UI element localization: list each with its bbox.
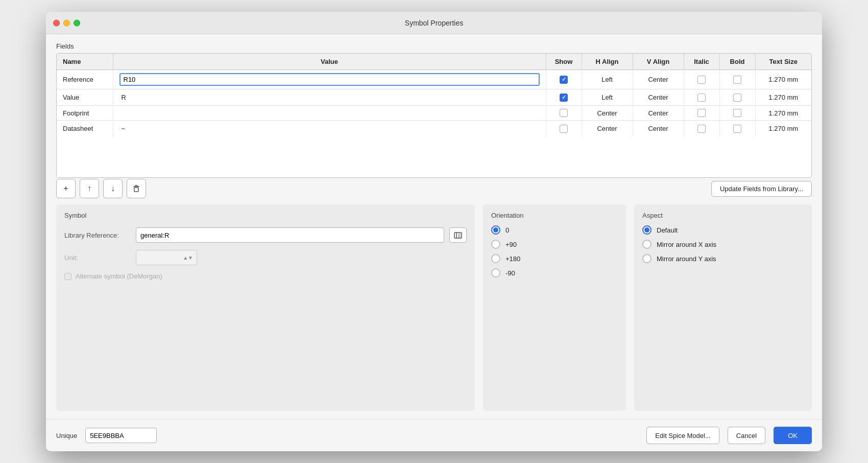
aspect-radio-mirror-x[interactable]: [642, 240, 652, 249]
close-button[interactable]: [53, 19, 60, 26]
row-italic[interactable]: [684, 121, 719, 137]
aspect-option-default[interactable]: Default: [642, 225, 804, 235]
col-value: Value: [113, 54, 546, 70]
show-checkbox[interactable]: [560, 125, 568, 133]
row-value[interactable]: R: [113, 89, 546, 106]
orientation-option-180[interactable]: +180: [491, 254, 618, 263]
row-bold[interactable]: [719, 70, 755, 89]
symbol-section: Symbol Library Reference:: [56, 204, 475, 411]
show-checkbox[interactable]: [560, 109, 568, 117]
row-show[interactable]: [546, 106, 582, 121]
window-title: Symbol Properties: [405, 19, 463, 27]
italic-checkbox[interactable]: [697, 125, 706, 133]
show-checkbox[interactable]: [560, 94, 568, 102]
ok-button[interactable]: OK: [774, 427, 812, 444]
show-checkbox[interactable]: [560, 76, 568, 84]
aspect-option-mirror-x[interactable]: Mirror around X axis: [642, 240, 804, 249]
aspect-label: Aspect: [642, 212, 804, 219]
unit-select-wrapper[interactable]: ▲▼: [136, 250, 197, 265]
orientation-option-neg90[interactable]: -90: [491, 268, 618, 277]
bold-checkbox[interactable]: [733, 76, 741, 84]
minimize-button[interactable]: [63, 19, 70, 26]
col-v-align: V Align: [633, 54, 684, 70]
unit-select[interactable]: [136, 250, 197, 265]
cancel-button[interactable]: Cancel: [728, 427, 765, 444]
orientation-radio-0[interactable]: [491, 225, 500, 235]
add-field-button[interactable]: +: [56, 179, 76, 198]
browse-button[interactable]: [449, 227, 467, 243]
value-text: R: [119, 92, 540, 102]
italic-checkbox[interactable]: [697, 76, 706, 84]
orientation-label: Orientation: [491, 212, 618, 219]
row-h-align: Left: [582, 89, 633, 106]
move-up-button[interactable]: ↑: [80, 179, 99, 198]
row-text-size: 1.270 mm: [755, 106, 811, 121]
row-value[interactable]: [113, 106, 546, 121]
reference-value-input[interactable]: [119, 73, 540, 86]
row-h-align: Center: [582, 121, 633, 137]
aspect-radio-mirror-y[interactable]: [642, 254, 652, 263]
row-show[interactable]: [546, 121, 582, 137]
row-bold[interactable]: [719, 106, 755, 121]
symbol-section-label: Symbol: [64, 212, 467, 219]
dialog-body: Fields Name Value Show H Align V Align I…: [46, 34, 822, 419]
delete-field-button[interactable]: [127, 179, 146, 198]
maximize-button[interactable]: [74, 19, 80, 26]
row-italic[interactable]: [684, 89, 719, 106]
aspect-section: Aspect Default Mirror around X axis Mirr…: [634, 204, 812, 411]
edit-spice-model-button[interactable]: Edit Spice Model...: [646, 427, 719, 444]
library-reference-label: Library Reference:: [64, 231, 131, 239]
italic-checkbox[interactable]: [697, 94, 706, 102]
row-show[interactable]: [546, 70, 582, 89]
toolbar-row: + ↑ ↓ Update Fields from Library...: [56, 179, 812, 198]
row-h-align: Left: [582, 70, 633, 89]
orientation-option-90[interactable]: +90: [491, 240, 618, 249]
orientation-label-180: +180: [505, 255, 520, 263]
row-bold[interactable]: [719, 89, 755, 106]
orientation-label-0: 0: [505, 226, 509, 234]
move-down-button[interactable]: ↓: [103, 179, 123, 198]
bold-checkbox[interactable]: [733, 125, 741, 133]
fields-table-wrapper: Name Value Show H Align V Align Italic B…: [56, 53, 812, 178]
update-fields-button[interactable]: Update Fields from Library...: [711, 181, 812, 197]
aspect-radio-default[interactable]: [642, 225, 652, 235]
unit-row: Unit: ▲▼: [64, 250, 467, 265]
row-text-size: 1.270 mm: [755, 121, 811, 137]
row-v-align: Center: [633, 70, 684, 89]
orientation-label-90: +90: [505, 241, 517, 248]
library-reference-input[interactable]: [136, 227, 444, 243]
table-header-row: Name Value Show H Align V Align Italic B…: [57, 54, 811, 70]
value-text: ~: [119, 124, 540, 133]
alternate-symbol-checkbox: [64, 273, 71, 280]
row-name: Value: [57, 89, 113, 106]
row-name: Datasheet: [57, 121, 113, 137]
col-italic: Italic: [684, 54, 719, 70]
row-name: Footprint: [57, 106, 113, 121]
row-value[interactable]: ~: [113, 121, 546, 137]
unit-label: Unit:: [64, 254, 131, 262]
bold-checkbox[interactable]: [733, 109, 741, 117]
row-italic[interactable]: [684, 106, 719, 121]
row-v-align: Center: [633, 121, 684, 137]
row-bold[interactable]: [719, 121, 755, 137]
orientation-radio-90[interactable]: [491, 240, 500, 249]
table-row: Datasheet ~ Center Center: [57, 121, 811, 137]
col-h-align: H Align: [582, 54, 633, 70]
bottom-bar: Unique Edit Spice Model... Cancel OK: [46, 419, 822, 451]
orientation-radio-180[interactable]: [491, 254, 500, 263]
alternate-symbol-row: Alternate symbol (DeMorgan): [64, 272, 467, 280]
orientation-section: Orientation 0 +90 +180 -90: [483, 204, 626, 411]
italic-checkbox[interactable]: [697, 109, 706, 117]
orientation-radio-neg90[interactable]: [491, 268, 500, 277]
row-value[interactable]: [113, 70, 546, 89]
unique-id-input[interactable]: [85, 428, 157, 443]
row-show[interactable]: [546, 89, 582, 106]
bold-checkbox[interactable]: [733, 94, 741, 102]
svg-rect-0: [134, 188, 138, 192]
fields-table: Name Value Show H Align V Align Italic B…: [57, 54, 811, 136]
titlebar: Symbol Properties: [46, 12, 822, 34]
traffic-lights: [53, 19, 80, 26]
aspect-option-mirror-y[interactable]: Mirror around Y axis: [642, 254, 804, 263]
row-italic[interactable]: [684, 70, 719, 89]
orientation-option-0[interactable]: 0: [491, 225, 618, 235]
